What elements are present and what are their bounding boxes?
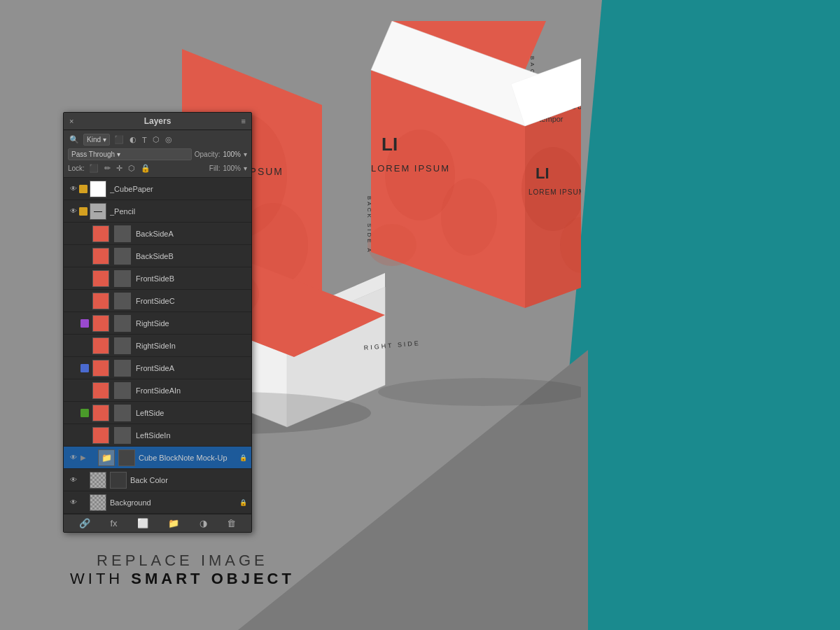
layer-visibility-icon[interactable]: 👁 (68, 207, 79, 215)
layer-visibility-icon[interactable]: 👁 (68, 185, 79, 192)
replace-image-text: REPLACE IMAGE WITH SMART OBJECT (70, 552, 295, 588)
lock-all-icon[interactable]: 🔒 (139, 163, 152, 174)
red-box-right: BACK SIDE B LI LOREM IPSUM BACK SIDE A L… (366, 21, 582, 320)
layer-name-label: FrontSideB (136, 274, 247, 283)
adjustment-filter-icon[interactable]: ◐ (128, 134, 138, 145)
layer-color-indicator (79, 207, 88, 216)
layer-item[interactable]: 👁▶📁Cube BlockNote Mock-Up🔒 (64, 447, 251, 469)
svg-point-17 (368, 224, 416, 266)
layer-thumbnail-2 (114, 248, 131, 265)
layer-color-indicator (79, 498, 88, 507)
fx-icon[interactable]: fx (110, 518, 117, 528)
shape-filter-icon[interactable]: ⬡ (151, 134, 161, 145)
lock-pixels-icon[interactable]: ⬛ (88, 163, 100, 174)
layer-name-label: RightSide (136, 319, 247, 328)
fill-label: Fill: (209, 164, 220, 172)
layer-thumbnail (90, 181, 106, 197)
layer-thumbnail (92, 293, 109, 309)
layer-thumbnail (92, 427, 109, 444)
lock-move-icon[interactable]: ✛ (115, 163, 124, 174)
blend-mode-dropdown[interactable]: Pass Through ▾ (68, 148, 192, 160)
svg-point-16 (441, 178, 497, 255)
layer-color-indicator (80, 274, 89, 283)
svg-text:LOREM IPSUM: LOREM IPSUM (371, 163, 450, 174)
layer-item[interactable]: BackSideA (64, 223, 251, 245)
layer-item[interactable]: RightSideIn (64, 335, 251, 357)
search-icon: 🔍 (68, 134, 80, 145)
layer-item[interactable]: 👁Background🔒 (64, 491, 251, 514)
kind-dropdown[interactable]: Kind ▾ (83, 134, 110, 146)
layer-name-label: LeftSide (136, 409, 247, 417)
panel-menu-icon[interactable]: ≡ (241, 117, 246, 125)
layer-color-indicator (80, 409, 89, 417)
layer-thumbnail (92, 248, 109, 265)
layer-item[interactable]: 👁Back Color (64, 469, 251, 491)
layer-name-label: _CubePaper (110, 185, 247, 193)
layer-thumbnail-2 (114, 315, 131, 332)
layers-list: 👁_CubePaper👁—_PencilBackSideABackSideBFr… (64, 178, 251, 514)
layer-color-indicator (80, 342, 89, 350)
svg-text:LI: LI (382, 134, 398, 155)
layer-item[interactable]: FrontSideB (64, 267, 251, 290)
layer-color-indicator (80, 386, 89, 395)
layer-item[interactable]: LeftSide (64, 402, 251, 424)
smart-filter-icon[interactable]: ◎ (164, 134, 174, 145)
replace-line1: REPLACE IMAGE (70, 552, 295, 570)
layer-color-indicator (80, 252, 89, 260)
layer-color-indicator (88, 454, 96, 462)
layer-thumbnail-2 (110, 472, 127, 489)
layer-name-label: Background (110, 498, 237, 507)
layer-name-label: FrontSideAIn (136, 386, 247, 395)
link-layers-icon[interactable]: 🔗 (79, 518, 90, 528)
type-filter-icon[interactable]: T (141, 135, 148, 145)
pixel-filter-icon[interactable]: ⬛ (113, 134, 125, 145)
layer-name-label: Cube BlockNote Mock-Up (139, 454, 237, 462)
lock-label: Lock: (68, 164, 85, 172)
lock-artboard-icon[interactable]: ⬡ (127, 163, 136, 174)
layer-thumbnail (92, 315, 109, 332)
layer-item[interactable]: FrontSideC (64, 290, 251, 312)
layer-item[interactable]: FrontSideA (64, 357, 251, 379)
layer-thumbnail (92, 360, 109, 377)
layer-item[interactable]: 👁_CubePaper (64, 178, 251, 200)
layer-thumbnail-2 (114, 293, 131, 309)
layer-thumbnail (92, 382, 109, 399)
layer-item[interactable]: FrontSideAIn (64, 379, 251, 402)
layer-item[interactable]: 👁—_Pencil (64, 200, 251, 223)
layer-lock-icon: 🔒 (239, 454, 247, 461)
layer-visibility-icon[interactable]: 👁 (68, 454, 79, 461)
layer-name-label: _Pencil (110, 207, 247, 216)
layer-item[interactable]: LeftSideIn (64, 424, 251, 447)
new-adjustment-icon[interactable]: ◑ (200, 518, 207, 528)
layer-thumbnail (92, 270, 109, 287)
layer-thumbnail-2 (114, 405, 131, 421)
replace-line2-smart-object: SMART OBJECT (131, 570, 295, 587)
layer-thumbnail: 📁 (98, 449, 115, 466)
layer-visibility-icon[interactable]: 👁 (68, 476, 79, 484)
layer-thumbnail (92, 337, 109, 354)
add-mask-icon[interactable]: ⬜ (137, 518, 148, 528)
lock-draw-icon[interactable]: ✏ (103, 163, 112, 174)
layer-visibility-icon[interactable]: 👁 (68, 498, 79, 506)
layer-thumbnail (92, 225, 109, 242)
layer-thumbnail-2 (114, 360, 131, 377)
layer-expand-icon[interactable]: ▶ (79, 454, 88, 461)
fill-value: 100% (223, 164, 241, 172)
close-icon[interactable]: × (69, 117, 74, 125)
layer-thumbnail (90, 472, 106, 489)
layer-item[interactable]: BackSideB (64, 245, 251, 267)
svg-text:BACK SIDE A: BACK SIDE A (366, 196, 372, 254)
layer-item[interactable]: RightSide (64, 312, 251, 335)
new-folder-icon[interactable]: 📁 (168, 518, 179, 528)
layer-color-indicator (80, 230, 89, 238)
delete-layer-icon[interactable]: 🗑 (227, 518, 236, 528)
layer-thumbnail-2 (114, 337, 131, 354)
layer-thumbnail: — (90, 203, 106, 220)
layer-color-indicator (80, 297, 89, 305)
panel-bottom: 🔗 fx ⬜ 📁 ◑ 🗑 (64, 514, 251, 532)
panel-title: Layers (144, 116, 172, 126)
layer-name-label: FrontSideA (136, 364, 247, 372)
layer-name-label: RightSideIn (136, 342, 247, 350)
layer-thumbnail (92, 405, 109, 421)
layer-thumbnail-2 (114, 382, 131, 399)
